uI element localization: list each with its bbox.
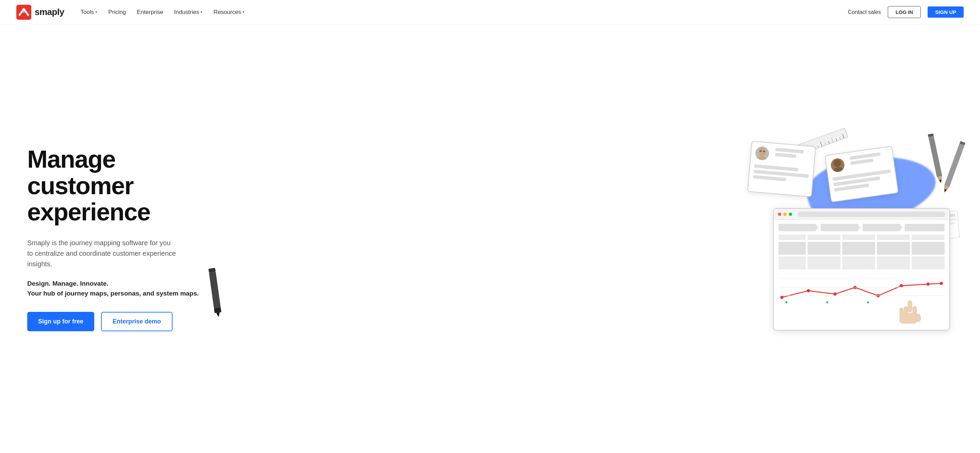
browser-maximize-dot [789,213,792,216]
svg-rect-4 [763,151,765,153]
browser-bar [774,209,950,220]
nav-industries[interactable]: Industries ▾ [174,9,203,16]
avatar-male [755,146,769,161]
svg-point-18 [853,286,857,289]
hero-illustration [204,137,964,341]
enterprise-demo-button[interactable]: Enterprise demo [101,312,172,331]
nav-enterprise[interactable]: Enterprise [137,9,163,16]
signup-button[interactable]: SIGN UP [928,6,964,17]
logo-text: smaply [35,7,64,17]
svg-point-32 [915,314,921,322]
hero-section: Manage customer experience Smaply is the… [0,24,980,453]
svg-rect-25 [214,307,221,313]
nav-pricing[interactable]: Pricing [108,9,126,16]
svg-point-5 [833,159,842,167]
hero-buttons: Sign up for free Enterprise demo [27,312,204,331]
browser-url-bar [798,211,945,217]
svg-point-6 [832,166,846,173]
hero-tagline: Design. Manage. Innovate. Your hub of jo… [27,279,204,298]
logo-link[interactable]: smaply [16,5,64,20]
navbar: smaply Tools ▾ Pricing Enterprise Indust… [0,0,980,24]
svg-point-21 [926,282,930,286]
svg-point-1 [758,147,767,156]
nav-tools[interactable]: Tools ▾ [81,9,98,16]
marker-decoration [207,268,223,321]
journey-map-browser [773,208,950,331]
process-flow [778,224,945,231]
hero-subtitle: Smaply is the journey mapping software f… [27,238,177,269]
svg-point-22 [940,282,943,285]
chevron-down-icon-3: ▾ [243,10,245,14]
svg-rect-8 [944,143,964,187]
persona-card-2 [824,146,899,202]
nav-links: Tools ▾ Pricing Enterprise Industries ▾ … [81,9,848,16]
chevron-down-icon: ▾ [95,10,97,14]
svg-marker-26 [216,313,221,317]
svg-point-2 [755,155,768,161]
hero-content: Manage customer experience Smaply is the… [27,146,204,331]
login-button[interactable]: LOG IN [888,6,921,18]
svg-rect-3 [759,150,762,152]
hand-pointer-decoration [896,299,923,331]
browser-minimize-dot [783,213,787,216]
contact-sales-link[interactable]: Contact sales [848,9,881,15]
svg-point-16 [807,289,810,292]
nav-resources[interactable]: Resources ▾ [213,9,244,16]
persona-card-1 [747,141,816,197]
logo-icon [16,5,31,20]
hero-title: Manage customer experience [27,146,204,226]
svg-rect-27 [908,300,912,312]
svg-marker-13 [937,176,943,184]
signup-free-button[interactable]: Sign up for free [27,312,94,331]
svg-point-15 [780,296,784,299]
nav-right: Contact sales LOG IN SIGN UP [848,6,964,18]
pencil-1 [939,140,967,199]
avatar-female [830,157,845,173]
svg-rect-24 [209,272,221,308]
browser-close-dot [778,213,781,216]
chevron-down-icon-2: ▾ [200,10,202,14]
svg-rect-31 [900,313,917,323]
journey-grid [778,235,945,269]
svg-marker-14 [939,180,942,183]
